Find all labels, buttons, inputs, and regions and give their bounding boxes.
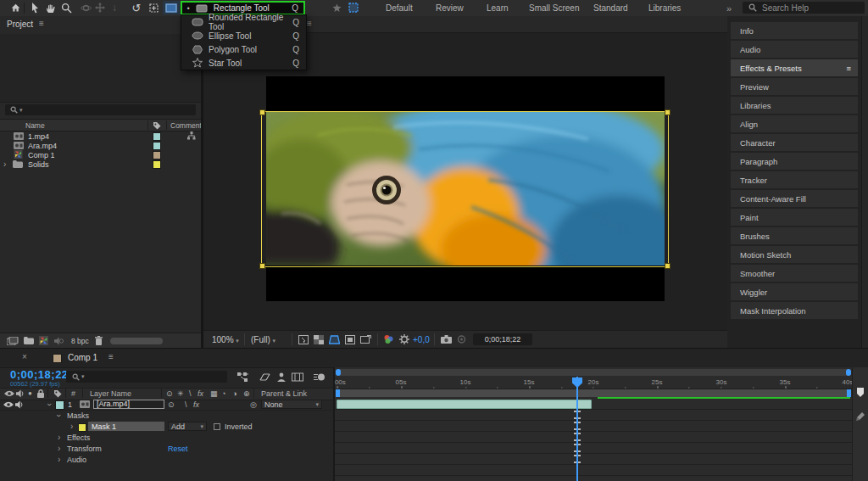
draft-3d-icon[interactable] xyxy=(259,372,270,382)
transform-reset-link[interactable]: Reset xyxy=(168,445,188,453)
star-toggle-icon[interactable] xyxy=(329,1,344,14)
switch-collapse-icon[interactable]: ✳ xyxy=(177,389,184,398)
composition-viewport[interactable] xyxy=(266,76,665,301)
workspace-tab-standard[interactable]: Standard xyxy=(593,0,628,16)
help-search-input[interactable]: Search Help xyxy=(743,2,865,14)
label-color-swatch[interactable] xyxy=(153,142,161,150)
switch-adjustment-icon[interactable]: ◑ xyxy=(232,389,236,398)
comp-marker-bin-icon[interactable] xyxy=(856,388,865,398)
mask-vertex-handle[interactable] xyxy=(665,109,670,115)
new-folder-icon[interactable] xyxy=(24,337,34,344)
right-scroll-strip[interactable] xyxy=(861,16,868,348)
expand-chevron-icon[interactable]: › xyxy=(70,422,73,431)
comp-label-swatch[interactable] xyxy=(53,354,62,363)
panel-tab-paint[interactable]: Paint xyxy=(731,209,858,226)
panel-tab-paragraph[interactable]: Paragraph xyxy=(731,153,858,170)
new-composition-icon[interactable] xyxy=(39,336,48,345)
project-panel-tab[interactable]: Project xyxy=(7,20,33,29)
show-snapshot-icon[interactable] xyxy=(457,335,466,344)
expand-chevron-icon[interactable]: › xyxy=(58,456,60,464)
expand-chevron-icon[interactable]: › xyxy=(58,433,60,442)
mask-name-selected[interactable]: Mask 1 xyxy=(88,422,164,431)
preview-time-display[interactable]: 0;00;18;22 xyxy=(473,333,532,345)
project-settings-audio-icon[interactable] xyxy=(54,337,64,345)
work-area-start-handle[interactable] xyxy=(336,389,340,397)
menu-item-rounded-rectangle-tool[interactable]: Rounded Rectangle Tool Q xyxy=(181,15,306,29)
label-column-tag-icon[interactable] xyxy=(153,121,161,130)
parent-link-dropdown[interactable]: None▾ xyxy=(261,400,322,409)
switch-frame-blend-icon[interactable]: ▦ xyxy=(210,389,218,398)
audio-group-row[interactable]: › Audio xyxy=(0,454,333,465)
orbit-camera-tool-icon[interactable] xyxy=(78,1,93,14)
resolution-dropdown[interactable]: (Full) ▾ xyxy=(251,335,275,344)
hand-tool-icon[interactable] xyxy=(42,1,58,14)
switch-fx-icon[interactable]: fx xyxy=(198,389,203,398)
layer-row-ara[interactable]: › 1 [Ara.mp4] ⊙ \ fx ◎ None▾ xyxy=(0,399,333,411)
effects-group-row[interactable]: › Effects xyxy=(0,432,333,443)
project-item-1mp4[interactable]: 1.mp4 xyxy=(0,131,201,141)
pixel-aspect-correction-icon[interactable] xyxy=(360,335,371,344)
project-item-aramp4[interactable]: Ara.mp4 xyxy=(0,141,201,150)
column-layer-name[interactable]: Layer Name xyxy=(90,389,131,398)
audio-speaker-icon[interactable] xyxy=(15,400,24,409)
layer-switch-fx[interactable]: fx xyxy=(193,400,199,409)
workspace-overflow-chevron[interactable]: » xyxy=(726,0,732,16)
group-label[interactable]: Effects xyxy=(67,433,90,442)
panel-tab-motion-sketch[interactable]: Motion Sketch xyxy=(731,246,858,263)
workspace-tab-review[interactable]: Review xyxy=(436,0,464,16)
panel-tab-preview[interactable]: Preview xyxy=(731,78,858,95)
comp-button-icon[interactable] xyxy=(856,411,865,421)
project-search-input[interactable]: ▾ xyxy=(5,104,196,115)
layer-label-swatch[interactable] xyxy=(55,400,64,410)
layer-switch-collapse[interactable]: ⊙ xyxy=(168,400,175,409)
time-ruler[interactable]: 0:00s 05s 10s 15s 20s 25s 30s 35s 40s xyxy=(335,377,852,389)
lock-icon[interactable] xyxy=(37,389,44,398)
switch-quality-icon[interactable]: \ xyxy=(189,389,192,398)
switch-motion-blur-icon[interactable]: ◔ xyxy=(221,389,225,398)
menu-item-ellipse-tool[interactable]: Ellipse Tool Q xyxy=(181,29,306,42)
video-eye-icon[interactable] xyxy=(4,390,14,397)
pan-behind-tool-icon[interactable] xyxy=(146,1,161,14)
bit-depth-label[interactable]: 8 bpc xyxy=(71,337,89,345)
panel-tab-effects-presets[interactable]: Effects & Presets≡ xyxy=(731,59,858,76)
panel-tab-mask-interpolation[interactable]: Mask Interpolation xyxy=(731,302,858,319)
project-item-comp1[interactable]: Comp 1 xyxy=(0,150,201,159)
panel-tab-info[interactable]: Info xyxy=(731,22,858,39)
navigator-start-handle[interactable] xyxy=(336,369,341,376)
workspace-tab-default[interactable]: Default xyxy=(386,0,413,16)
expand-chevron-icon[interactable]: › xyxy=(3,160,6,169)
audio-speaker-icon[interactable] xyxy=(16,389,25,398)
work-area-end-handle[interactable] xyxy=(847,389,851,397)
layer-switch-quality[interactable]: \ xyxy=(185,400,187,409)
timeline-panel-menu-icon[interactable]: ≡ xyxy=(108,352,114,361)
column-comment[interactable]: Comment xyxy=(170,121,202,130)
switch-av-icon[interactable]: ⊙ xyxy=(166,389,173,398)
workspace-tab-learn[interactable]: Learn xyxy=(487,0,509,16)
panel-tab-align[interactable]: Align xyxy=(731,115,858,132)
rectangle-tool-button[interactable] xyxy=(163,1,180,14)
zoom-tool-icon[interactable] xyxy=(58,1,74,14)
choose-grid-icon[interactable] xyxy=(298,335,309,344)
solo-icon[interactable]: ● xyxy=(28,389,32,397)
label-color-swatch[interactable] xyxy=(153,160,161,169)
panel-tab-libraries[interactable]: Libraries xyxy=(731,97,858,114)
trash-icon[interactable] xyxy=(95,336,103,345)
composition-panel-menu-icon[interactable]: ≡ xyxy=(307,19,312,28)
panel-tab-tracker[interactable]: Tracker xyxy=(731,171,858,188)
close-tab-icon[interactable]: × xyxy=(22,352,27,361)
workspace-tab-small-screen[interactable]: Small Screen xyxy=(529,0,579,16)
masks-group-row[interactable]: › Masks xyxy=(0,410,333,421)
layer-name-field[interactable]: [Ara.mp4] xyxy=(93,400,164,409)
magnification-dropdown[interactable]: 100% ▾ xyxy=(212,335,239,344)
column-parent-link[interactable]: Parent & Link xyxy=(261,389,307,398)
snapshot-camera-icon[interactable] xyxy=(441,335,452,344)
mask-vertex-handle[interactable] xyxy=(259,109,265,115)
transform-group-row[interactable]: › Transform Reset xyxy=(0,443,333,454)
toggle-mask-visibility-icon[interactable] xyxy=(329,335,340,344)
mask-visibility-toggle-icon[interactable] xyxy=(346,1,361,14)
panel-tab-content-aware-fill[interactable]: Content-Aware Fill xyxy=(731,190,858,207)
home-icon[interactable] xyxy=(8,1,23,14)
show-channel-icon[interactable] xyxy=(383,334,394,344)
parent-pickwhip-icon[interactable]: ◎ xyxy=(250,400,257,409)
work-area-bar[interactable] xyxy=(336,389,851,397)
